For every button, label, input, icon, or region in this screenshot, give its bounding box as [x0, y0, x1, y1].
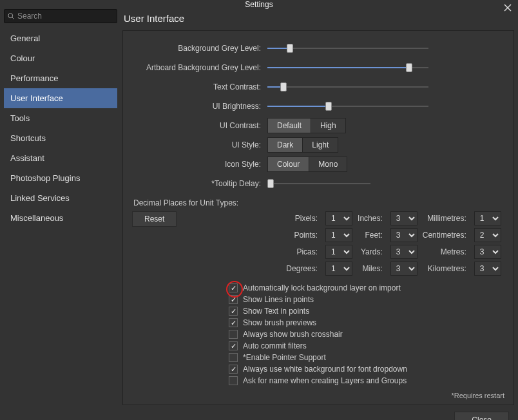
bg-grey-slider[interactable] — [267, 43, 428, 54]
content-area: GeneralColourPerformanceUser InterfaceTo… — [0, 9, 518, 420]
main-panel: User Interface Background Grey Level: Ar… — [122, 9, 514, 420]
footer: Close — [122, 405, 514, 420]
icon-style-segment: ColourMono — [267, 157, 347, 172]
reset-button[interactable]: Reset — [132, 211, 177, 227]
icon-style-option-mono[interactable]: Mono — [309, 157, 347, 172]
svg-point-2 — [8, 14, 13, 18]
unit-label: Kilometres: — [423, 264, 469, 273]
unit-label: Yards: — [358, 247, 385, 256]
checkbox-row: Auto commit filters — [229, 341, 504, 350]
artboard-bg-slider[interactable] — [267, 62, 428, 73]
unit-select-kilometres[interactable]: 3 — [474, 262, 501, 276]
unit-select-picas[interactable]: 1 — [325, 245, 352, 259]
unit-label: Millimetres: — [423, 214, 469, 223]
unit-label: Points: — [286, 231, 320, 240]
titlebar: Settings — [0, 0, 518, 9]
ui-contrast-option-high[interactable]: High — [311, 118, 346, 133]
ui-contrast-option-default[interactable]: Default — [267, 118, 311, 133]
icon-style-option-colour[interactable]: Colour — [267, 157, 309, 172]
checkbox-label: Automatically lock background layer on i… — [243, 283, 401, 292]
checkbox[interactable] — [229, 307, 238, 316]
nav-item-assistant[interactable]: Assistant — [4, 148, 117, 168]
ui-style-option-light[interactable]: Light — [303, 137, 338, 153]
units-section-label: Decimal Places for Unit Types: — [133, 198, 504, 207]
tooltip-delay-label: *Tooltip Delay: — [132, 179, 267, 188]
unit-label: Inches: — [358, 214, 385, 223]
icon-style-label: Icon Style: — [132, 160, 267, 169]
nav-item-photoshop-plugins[interactable]: Photoshop Plugins — [4, 168, 117, 188]
ui-brightness-label: UI Brightness: — [132, 102, 267, 111]
search-box[interactable] — [4, 9, 117, 23]
checkbox-row: Ask for name when creating Layers and Gr… — [229, 376, 504, 385]
nav-item-performance[interactable]: Performance — [4, 68, 117, 88]
unit-label: Miles: — [358, 264, 385, 273]
checkbox[interactable] — [229, 341, 238, 350]
unit-select-feet[interactable]: 3 — [390, 228, 417, 242]
checkbox-label: Auto commit filters — [243, 341, 307, 350]
nav-list: GeneralColourPerformanceUser InterfaceTo… — [4, 28, 117, 228]
ui-style-segment: DarkLight — [267, 137, 338, 153]
unit-select-yards[interactable]: 3 — [390, 245, 417, 259]
checkbox-row: Automatically lock background layer on i… — [229, 283, 504, 292]
nav-item-linked-services[interactable]: Linked Services — [4, 188, 117, 208]
text-contrast-slider[interactable] — [267, 81, 428, 93]
checkbox[interactable] — [229, 365, 238, 374]
checkbox-row: Always use white background for font dro… — [229, 365, 504, 374]
tooltip-delay-slider[interactable] — [267, 178, 370, 189]
settings-panel: Background Grey Level: Artboard Backgrou… — [122, 30, 514, 405]
checkbox-row: Show brush previews — [229, 318, 504, 327]
checkbox-list: Automatically lock background layer on i… — [229, 283, 504, 385]
checkbox-row: *Enable Pointer Support — [229, 353, 504, 362]
checkbox[interactable] — [229, 283, 238, 292]
close-icon[interactable] — [503, 3, 513, 13]
unit-select-centimetres[interactable]: 2 — [474, 228, 501, 242]
checkbox-label: Always use white background for font dro… — [243, 365, 407, 374]
unit-label: Centimetres: — [423, 231, 469, 240]
unit-label: Feet: — [358, 231, 385, 240]
close-button[interactable]: Close — [454, 412, 509, 420]
page-title: User Interface — [122, 9, 514, 30]
text-contrast-label: Text Contrast: — [132, 82, 267, 91]
sidebar: GeneralColourPerformanceUser InterfaceTo… — [4, 9, 117, 420]
nav-item-general[interactable]: General — [4, 28, 117, 48]
checkbox[interactable] — [229, 330, 238, 339]
checkbox-label: Always show brush crosshair — [243, 330, 343, 339]
search-input[interactable] — [15, 12, 114, 21]
nav-item-miscellaneous[interactable]: Miscellaneous — [4, 208, 117, 228]
svg-line-3 — [12, 17, 14, 19]
checkbox[interactable] — [229, 376, 238, 385]
nav-item-tools[interactable]: Tools — [4, 108, 117, 128]
unit-select-millimetres[interactable]: 1 — [474, 211, 501, 225]
checkbox-label: Ask for name when creating Layers and Gr… — [243, 376, 407, 385]
unit-select-metres[interactable]: 3 — [474, 245, 501, 259]
checkbox-label: Show Text in points — [243, 307, 309, 316]
checkbox-label: Show Lines in points — [243, 295, 314, 304]
artboard-bg-label: Artboard Background Grey Level: — [132, 63, 267, 72]
unit-select-pixels[interactable]: 1 — [325, 211, 352, 225]
unit-label: Metres: — [423, 247, 469, 256]
ui-style-label: UI Style: — [132, 140, 267, 149]
checkbox-row: Always show brush crosshair — [229, 330, 504, 339]
checkbox-label: *Enable Pointer Support — [243, 353, 326, 362]
nav-item-user-interface[interactable]: User Interface — [4, 88, 117, 108]
checkbox[interactable] — [229, 353, 238, 362]
bg-grey-label: Background Grey Level: — [132, 44, 267, 53]
checkbox-row: Show Lines in points — [229, 295, 504, 304]
nav-item-shortcuts[interactable]: Shortcuts — [4, 128, 117, 148]
search-icon — [7, 12, 15, 20]
window-title: Settings — [245, 0, 273, 9]
unit-select-miles[interactable]: 3 — [390, 262, 417, 276]
unit-select-inches[interactable]: 3 — [390, 211, 417, 225]
ui-contrast-segment: DefaultHigh — [267, 118, 346, 133]
nav-item-colour[interactable]: Colour — [4, 48, 117, 68]
unit-label: Degrees: — [286, 264, 320, 273]
ui-style-option-dark[interactable]: Dark — [267, 137, 303, 153]
checkbox[interactable] — [229, 318, 238, 327]
unit-label: Picas: — [286, 247, 320, 256]
ui-brightness-slider[interactable] — [267, 100, 428, 112]
unit-select-points[interactable]: 1 — [325, 228, 352, 242]
unit-select-degrees[interactable]: 1 — [325, 262, 352, 276]
requires-restart-note: *Requires restart — [132, 392, 504, 399]
settings-window: Settings GeneralColourPerformanceUser In… — [0, 0, 518, 420]
unit-label: Pixels: — [286, 214, 320, 223]
